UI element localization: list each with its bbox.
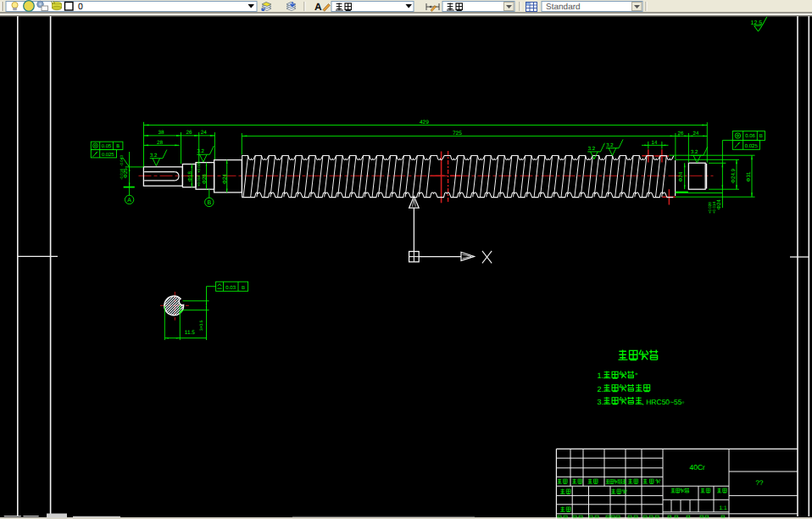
svg-text:Φ24: Φ24 [222,174,228,184]
svg-text:3.2: 3.2 [588,146,596,152]
svg-text:Φ24: Φ24 [678,171,684,181]
svg-text:B: B [242,285,245,291]
svg-text:24: 24 [693,131,699,137]
svg-text:3×0.5: 3×0.5 [199,321,204,331]
svg-text:, HRC50~55◦: , HRC50~55◦ [642,398,685,406]
svg-text:3.2: 3.2 [606,142,614,148]
svg-text:0.06: 0.06 [745,133,755,139]
svg-text:A: A [314,1,322,13]
svg-text:0.05: 0.05 [102,143,111,149]
svg-text:A: A [127,198,131,204]
svg-text:Φ31: Φ31 [746,171,752,181]
svg-text:429: 429 [420,120,429,126]
svg-text:3.: 3. [598,398,604,406]
svg-text:26: 26 [186,130,193,136]
svg-text:14: 14 [652,140,658,146]
svg-text:Φ24: Φ24 [716,199,722,209]
svg-text:0.03: 0.03 [225,285,236,291]
svg-text:3.2: 3.2 [150,153,158,159]
svg-text:1:1: 1:1 [720,505,727,511]
svg-text:Φ18: Φ18 [187,171,193,181]
svg-text:38: 38 [159,130,165,136]
svg-text:+0.028: +0.028 [708,202,712,214]
svg-text:3.2: 3.2 [691,149,698,155]
svg-text:-0.016: -0.016 [120,169,124,180]
svg-text:°: ° [635,371,638,380]
svg-text:Standard: Standard [546,3,581,12]
svg-text:12.5: 12.5 [751,20,763,26]
svg-text:3.2: 3.2 [197,148,205,154]
svg-text:+0.014: +0.014 [197,175,201,187]
svg-text:28: 28 [157,140,164,146]
svg-text:B: B [207,200,211,206]
svg-text:11.5: 11.5 [185,330,195,336]
svg-text:24: 24 [201,130,208,136]
svg-text:40Cr: 40Cr [690,463,706,472]
svg-text:??: ?? [756,479,764,487]
svg-text:B: B [116,144,120,149]
svg-text:0.025: 0.025 [745,143,759,149]
svg-text:1.: 1. [598,371,604,380]
svg-text:+0.014: +0.014 [712,202,716,214]
svg-text:Φ25: Φ25 [123,168,129,178]
svg-text:725: 725 [453,131,462,137]
svg-text:0.025: 0.025 [102,152,114,158]
svg-text:2.: 2. [598,385,604,393]
svg-text:-0.043: -0.043 [120,155,124,166]
svg-text:0: 0 [78,2,83,12]
svg-text:B: B [759,133,763,139]
svg-text:26: 26 [678,131,684,137]
svg-text:Φ28: Φ28 [202,174,208,184]
svg-text:Φ24.9: Φ24.9 [731,168,737,183]
svg-text:+0.028: +0.028 [197,161,201,173]
